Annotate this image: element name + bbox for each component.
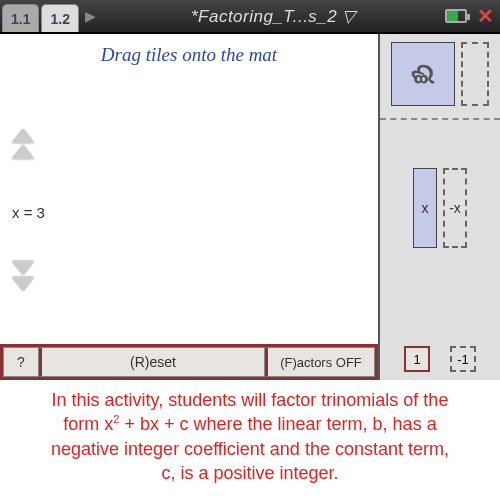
reset-button[interactable]: (R)eset <box>39 347 265 377</box>
factors-toggle-button[interactable]: (F)actors OFF <box>265 347 375 377</box>
neg-x-drop[interactable]: -x <box>443 168 467 248</box>
swirl-icon: ଈ <box>411 58 435 91</box>
tab-1-1[interactable]: 1.1 <box>2 4 39 32</box>
workspace: Drag tiles onto the mat x = 3 ? (R)eset … <box>0 34 500 380</box>
x-value-display: x = 3 <box>12 204 45 221</box>
document-title: *Factoring_T...s_2 ▽ <box>102 6 445 27</box>
instruction-text: Drag tiles onto the mat <box>8 44 370 66</box>
tab-1-2[interactable]: 1.2 <box>41 4 78 32</box>
unit-row: 1 -1 <box>388 346 492 372</box>
down-arrow-icon <box>12 261 34 275</box>
up-arrow-icon <box>12 145 34 159</box>
down-arrow-icon <box>12 277 34 291</box>
decrement-arrows[interactable] <box>12 259 34 291</box>
x-squared-tile[interactable]: ଈ <box>391 42 455 106</box>
up-arrow-icon <box>12 129 34 143</box>
battery-icon <box>445 9 467 23</box>
tile-palette: ଈ x -x 1 -1 <box>380 34 500 380</box>
drop-zone[interactable] <box>461 42 489 106</box>
button-row: ? (R)eset (F)actors OFF <box>0 344 378 380</box>
close-icon[interactable]: ✕ <box>477 4 494 28</box>
canvas-panel: Drag tiles onto the mat x = 3 ? (R)eset … <box>0 34 380 380</box>
tab-next-icon[interactable]: ▶ <box>85 8 96 24</box>
neg-one-button[interactable]: -1 <box>450 346 476 372</box>
activity-description: In this activity, students will factor t… <box>0 380 500 493</box>
titlebar: 1.1 1.2 ▶ *Factoring_T...s_2 ▽ ✕ <box>0 0 500 34</box>
divider <box>380 118 500 120</box>
one-button[interactable]: 1 <box>404 346 430 372</box>
x-tile[interactable]: x <box>413 168 437 248</box>
canvas[interactable]: Drag tiles onto the mat x = 3 <box>0 34 378 344</box>
help-button[interactable]: ? <box>3 347 39 377</box>
increment-arrows[interactable] <box>12 129 34 161</box>
